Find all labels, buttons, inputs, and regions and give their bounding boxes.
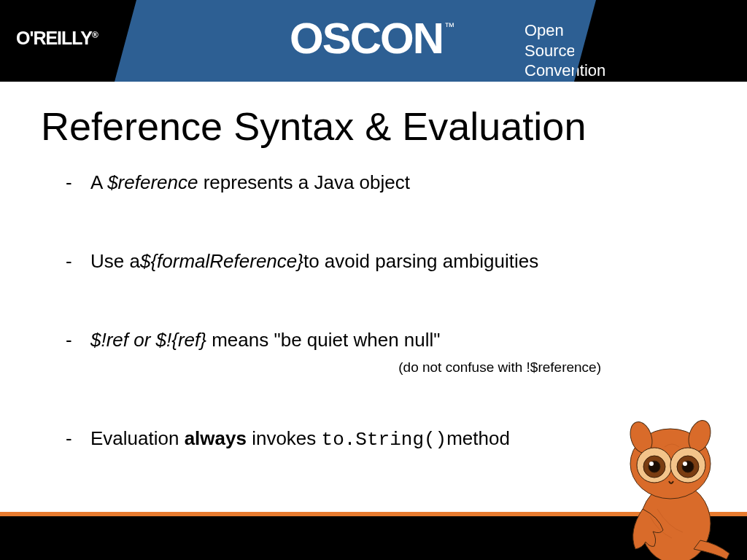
text-segment: Evaluation <box>90 427 185 449</box>
text-segment: to avoid parsing ambiguities <box>303 250 538 272</box>
bullet-item: - Evaluation always invokes to.String()m… <box>66 427 689 453</box>
text-segment: means "be quiet when null" <box>206 329 441 351</box>
svg-point-5 <box>670 448 705 483</box>
reference-token: $reference <box>107 171 198 193</box>
slide-header: O'REILLY® OSCON™ Open Source Convention <box>0 0 747 82</box>
svg-point-6 <box>643 456 665 478</box>
text-bold: always <box>185 427 247 449</box>
text-segment: invokes <box>247 427 322 449</box>
bullet-text: Evaluation always invokes to.String()met… <box>90 427 689 453</box>
reference-token: $!ref or $!{ref} <box>90 329 206 351</box>
reference-token: ${formalReference} <box>140 250 303 272</box>
text-segment: A <box>90 171 107 193</box>
bullet-dash: - <box>66 249 90 274</box>
text-segment: Use a <box>90 250 140 272</box>
event-name-text: OSCON <box>290 14 443 63</box>
event-tagline: Open Source Convention <box>525 20 605 81</box>
publisher-logo: O'REILLY® <box>16 28 98 49</box>
text-segment: represents a Java object <box>198 171 410 193</box>
svg-point-8 <box>649 461 660 472</box>
svg-point-10 <box>649 462 654 466</box>
trademark: ™ <box>444 20 453 32</box>
tagline-line2: Convention <box>525 61 605 81</box>
bullet-text: Use a${formalReference}to avoid parsing … <box>90 249 689 274</box>
svg-point-9 <box>682 461 694 472</box>
svg-point-4 <box>637 448 672 483</box>
bullet-note: (do not confuse with !$reference) <box>66 359 689 376</box>
bullet-dash: - <box>66 328 90 353</box>
bullet-item: - A $reference represents a Java object <box>66 171 689 195</box>
slide-footer <box>0 516 747 560</box>
registered-mark: ® <box>92 30 98 40</box>
bullet-dash: - <box>66 427 90 453</box>
bullet-text: $!ref or $!{ref} means "be quiet when nu… <box>90 328 689 353</box>
event-name: OSCON™ <box>290 13 452 63</box>
svg-point-11 <box>683 462 687 466</box>
bullet-dash: - <box>66 171 90 195</box>
bullet-item: - $!ref or $!{ref} means "be quiet when … <box>66 328 689 353</box>
tagline-line1: Open Source <box>525 20 605 61</box>
code-token: to.String() <box>322 429 447 451</box>
text-segment: method <box>446 427 510 449</box>
svg-point-7 <box>677 456 699 478</box>
bullet-list: - A $reference represents a Java object … <box>0 149 747 453</box>
bullet-text: A $reference represents a Java object <box>90 171 689 195</box>
publisher-text: O'REILLY <box>16 28 92 48</box>
slide-title: Reference Syntax & Evaluation <box>0 82 747 149</box>
event-banner: OSCON™ Open Source Convention <box>136 0 574 82</box>
bullet-item: - Use a${formalReference}to avoid parsin… <box>66 249 689 274</box>
